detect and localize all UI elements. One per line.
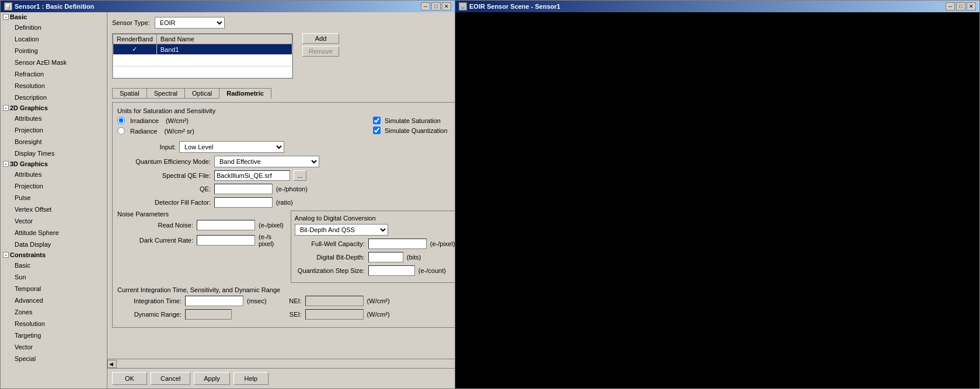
sidebar-item-constraints-advanced[interactable]: Advanced — [1, 295, 107, 306]
band-section: RenderBand Band Name ✓ Band1 — [112, 33, 455, 83]
sei-label: SEI: — [278, 311, 302, 318]
integ-time-input[interactable]: 1000.000000 — [185, 296, 243, 306]
left-close-btn[interactable]: ✕ — [442, 2, 451, 10]
full-well-unit: (e-/pixel) — [430, 240, 455, 247]
radiance-label: Radiance — [130, 128, 157, 135]
sidebar-item-location[interactable]: Location — [1, 33, 107, 45]
2d-graphics-group-label: 2D Graphics — [10, 104, 48, 111]
band-empty-row — [113, 55, 292, 66]
left-minimize-btn[interactable]: ─ — [421, 2, 430, 10]
sidebar-item-constraints-resolution[interactable]: Resolution — [1, 318, 107, 330]
scroll-left-btn[interactable]: ◄ — [107, 360, 117, 368]
help-btn[interactable]: Help — [233, 372, 268, 385]
tree-group-2d-graphics[interactable]: - 2D Graphics — [1, 103, 107, 113]
h-scrollbar[interactable]: ◄ ► — [107, 359, 455, 368]
sidebar-item-2d-display-times[interactable]: Display Times — [1, 148, 107, 159]
sidebar-item-3d-projection[interactable]: Projection — [1, 180, 107, 192]
remove-band-btn[interactable]: Remove — [302, 46, 339, 57]
3d-graphics-toggle[interactable]: - — [3, 161, 9, 167]
nei-row: NEI: 7.123E-19 (W/cm²) — [278, 296, 390, 306]
band-table-container: RenderBand Band Name ✓ Band1 — [112, 33, 293, 79]
tab-spectral[interactable]: Spectral — [147, 88, 185, 99]
sidebar-item-2d-attributes[interactable]: Attributes — [1, 113, 107, 124]
sidebar-item-2d-boresight[interactable]: Boresight — [1, 136, 107, 148]
sidebar-item-definition[interactable]: Definition — [1, 22, 107, 33]
sidebar-item-constraints-zones[interactable]: Zones — [1, 306, 107, 318]
right-panel-title: EOIR Sensor Scene - Sensor1 — [469, 3, 560, 10]
spectral-qe-label: Spectral QE File: — [117, 172, 211, 179]
integ-right: NEI: 7.123E-19 (W/cm²) SEI: 5.497E-18 (W… — [278, 296, 390, 323]
sidebar-item-3d-attitude-sphere[interactable]: Attitude Sphere — [1, 227, 107, 239]
constraints-toggle[interactable]: - — [3, 252, 9, 258]
qss-input[interactable]: 1.000000 — [368, 265, 415, 276]
tab-radiometric[interactable]: Radiometric — [219, 88, 271, 99]
cancel-btn[interactable]: Cancel — [151, 372, 190, 385]
qe-mode-select[interactable]: Band Effective Spectral — [214, 156, 319, 167]
sidebar-item-3d-vertex-offset[interactable]: Vertex Offset — [1, 204, 107, 215]
radiance-radio[interactable] — [117, 127, 125, 135]
band-col-render: RenderBand — [113, 34, 157, 44]
2d-graphics-toggle[interactable]: - — [3, 105, 9, 111]
left-restore-btn[interactable]: □ — [431, 2, 441, 10]
input-select[interactable]: Low Level High Level — [179, 141, 284, 153]
bit-depth-unit: (bits) — [407, 254, 421, 261]
add-band-btn[interactable]: Add — [302, 33, 339, 44]
irradiance-radio[interactable] — [117, 117, 125, 124]
ok-btn[interactable]: OK — [112, 372, 147, 385]
irradiance-unit: (W/cm²) — [166, 117, 189, 124]
units-left: Irradiance (W/cm²) Radiance (W/cm² sr) — [117, 117, 194, 138]
tab-spatial[interactable]: Spatial — [112, 88, 147, 99]
qe-input[interactable]: 1.000000 — [214, 184, 273, 194]
sim-quant-label: Simulate Quantization — [385, 127, 448, 134]
right-restore-btn[interactable]: □ — [956, 2, 965, 10]
band-render-check[interactable]: ✓ — [113, 44, 157, 55]
apply-btn[interactable]: Apply — [194, 372, 230, 385]
band-buttons: Add Remove — [302, 33, 339, 57]
sidebar-item-3d-attributes[interactable]: Attributes — [1, 169, 107, 180]
scene-black-area — [455, 12, 979, 388]
right-minimize-btn[interactable]: ─ — [946, 2, 955, 10]
tree-group-constraints[interactable]: - Constraints — [1, 250, 107, 260]
sidebar-item-pointing[interactable]: Pointing — [1, 45, 107, 57]
fill-factor-input[interactable]: 1.000000 — [214, 197, 273, 208]
sidebar-item-constraints-special[interactable]: Special — [1, 353, 107, 365]
analog-method-select[interactable]: Bit-Depth And QSS Direct — [295, 224, 388, 236]
sidebar-item-3d-pulse[interactable]: Pulse — [1, 192, 107, 204]
sidebar-item-constraints-basic[interactable]: Basic — [1, 260, 107, 271]
spectral-qe-input[interactable] — [214, 170, 290, 181]
sidebar-item-constraints-vector[interactable]: Vector — [1, 341, 107, 353]
full-well-input[interactable]: 100000.000000 — [368, 239, 427, 249]
sidebar-item-sensor-azel-mask[interactable]: Sensor AzEl Mask — [1, 57, 107, 68]
basic-toggle[interactable]: - — [3, 14, 9, 20]
sensor-type-label: Sensor Type: — [112, 19, 150, 26]
bottom-bar: OK Cancel Apply Help — [107, 368, 455, 388]
sidebar-item-constraints-targeting[interactable]: Targeting — [1, 330, 107, 341]
sidebar-item-3d-data-display[interactable]: Data Display — [1, 239, 107, 250]
sidebar-item-2d-projection[interactable]: Projection — [1, 124, 107, 136]
sidebar-item-description[interactable]: Description — [1, 92, 107, 103]
band-table: RenderBand Band Name ✓ Band1 — [113, 34, 292, 78]
qe-label: QE: — [117, 185, 211, 192]
tree-group-3d-graphics[interactable]: - 3D Graphics — [1, 159, 107, 169]
sidebar-item-refraction[interactable]: Refraction — [1, 68, 107, 80]
qss-row: Quantization Step Size: 1.000000 (e-/cou… — [295, 265, 455, 276]
sim-sat-check[interactable] — [373, 117, 381, 124]
sidebar-item-constraints-sun[interactable]: Sun — [1, 271, 107, 283]
sim-quant-check[interactable] — [373, 127, 381, 134]
sidebar-item-3d-vector[interactable]: Vector — [1, 215, 107, 227]
sensor-type-select[interactable]: EOIR Radar Laser — [155, 17, 225, 29]
band-row-1[interactable]: ✓ Band1 — [113, 44, 292, 55]
spectral-qe-browse-btn[interactable]: ... — [294, 170, 306, 181]
right-close-btn[interactable]: ✕ — [967, 2, 976, 10]
tab-optical[interactable]: Optical — [184, 88, 219, 99]
sidebar-item-constraints-temporal[interactable]: Temporal — [1, 283, 107, 295]
read-noise-input[interactable]: 10.000000 — [197, 220, 255, 230]
bit-depth-input[interactable]: 8 — [368, 252, 403, 262]
sidebar-item-resolution[interactable]: Resolution — [1, 80, 107, 92]
band-name-cell[interactable]: Band1 — [156, 44, 292, 55]
dark-current-input[interactable]: 1000.000000 — [197, 235, 255, 246]
noise-and-integ: Noise Parameters Read Noise: 10.000000 (… — [117, 211, 284, 283]
tree-group-basic[interactable]: - Basic — [1, 12, 107, 22]
sim-quant-row: Simulate Quantization — [373, 127, 448, 134]
tab-bar: Spatial Spectral Optical Radiometric — [112, 88, 455, 99]
